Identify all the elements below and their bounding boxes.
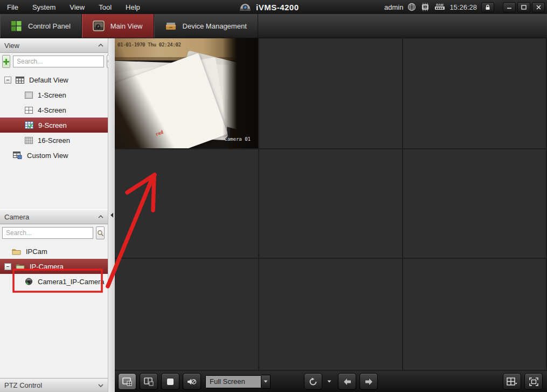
tab-main-view[interactable]: Main View xyxy=(82,14,154,38)
sidebar: View xyxy=(0,38,108,392)
menu-view[interactable]: View xyxy=(63,0,92,14)
svg-text:RAM: RAM xyxy=(437,3,444,6)
collapse-expander-icon[interactable] xyxy=(4,263,11,270)
app-logo-icon xyxy=(239,2,252,12)
camera-panel-header[interactable]: Camera xyxy=(0,209,108,224)
save-view-button[interactable] xyxy=(118,373,136,390)
tabbar: Control Panel Main View Device Managemen… xyxy=(0,14,547,38)
search-icon[interactable] xyxy=(96,226,105,239)
lock-icon[interactable] xyxy=(481,2,494,12)
menu-help[interactable]: Help xyxy=(119,0,147,14)
screen-1-icon xyxy=(25,92,33,99)
globe-icon[interactable] xyxy=(407,3,416,11)
mute-icon[interactable] xyxy=(183,373,201,390)
view-search-row xyxy=(0,53,108,70)
screen-16-icon xyxy=(25,137,33,144)
view-group-icon xyxy=(16,77,24,84)
view-panel-title: View xyxy=(4,42,19,50)
camera-search-input[interactable] xyxy=(2,227,93,239)
close-button[interactable] xyxy=(532,2,545,12)
menu-file[interactable]: File xyxy=(0,0,25,14)
screen-mode-value[interactable]: Full Screen xyxy=(205,375,261,388)
tab-label: Main View xyxy=(110,22,143,30)
layout-select-button[interactable] xyxy=(503,373,521,390)
view-search-input[interactable] xyxy=(13,56,104,67)
titlebar: File System View Tool Help iVMS-4200 adm… xyxy=(0,0,547,14)
tree-item-custom-view[interactable]: Custom View xyxy=(0,148,108,163)
video-pane-6[interactable] xyxy=(403,149,546,258)
tab-control-panel[interactable]: Control Panel xyxy=(0,14,82,38)
custom-view-icon xyxy=(13,152,22,159)
chevron-up-icon[interactable] xyxy=(98,215,103,218)
sidebar-collapse-strip[interactable] xyxy=(108,38,115,392)
user-label: admin xyxy=(384,3,403,11)
tab-label: Device Management xyxy=(183,22,247,30)
svg-text:CPU: CPU xyxy=(423,6,428,9)
camera-tree: IPCam IP-Camera xyxy=(0,242,108,289)
tree-item-label: Default View xyxy=(29,76,68,84)
collapse-expander-icon[interactable] xyxy=(4,77,11,84)
cycle-options-dropdown[interactable] xyxy=(326,374,333,389)
tree-item-1-screen[interactable]: 1-Screen xyxy=(0,87,108,102)
cpu-icon[interactable]: CPU xyxy=(420,3,430,11)
tab-device-management[interactable]: Device Management xyxy=(154,14,258,38)
tree-item-ip-camera[interactable]: IP-Camera xyxy=(0,259,108,274)
video-pane-7[interactable] xyxy=(115,259,258,370)
add-view-button[interactable] xyxy=(2,55,10,68)
control-panel-icon xyxy=(11,20,22,32)
ram-icon[interactable]: RAM xyxy=(434,3,445,11)
video-grid: red 01-01-1970 Thu 02:24:02 Camera 01 xyxy=(115,38,547,371)
fullscreen-button[interactable] xyxy=(524,373,543,390)
chevron-up-icon[interactable] xyxy=(98,44,103,47)
chevron-down-icon[interactable] xyxy=(261,375,271,389)
osd-camera-label: Camera 01 xyxy=(224,136,251,142)
screen-mode-dropdown[interactable]: Full Screen xyxy=(205,375,271,389)
view-panel-header[interactable]: View xyxy=(0,38,108,53)
view-tree: Default View 1-Screen 4-Screen xyxy=(0,70,108,163)
tree-item-9-screen[interactable]: 9-Screen xyxy=(0,118,108,133)
tree-item-camera1[interactable]: Camera1_IP-Camera xyxy=(0,274,108,289)
maximize-button[interactable] xyxy=(517,2,530,12)
menu-system[interactable]: System xyxy=(25,0,63,14)
tab-label: Control Panel xyxy=(28,22,71,30)
ptz-panel-title: PTZ Control xyxy=(4,381,42,389)
tree-item-label: IP-Camera xyxy=(30,263,64,271)
video-pane-9[interactable] xyxy=(403,259,546,370)
clock-label: 15:26:28 xyxy=(449,3,477,11)
folder-open-icon xyxy=(16,263,25,270)
stop-all-button[interactable] xyxy=(161,373,179,390)
split-screen-button[interactable] xyxy=(140,373,158,390)
video-pane-4[interactable] xyxy=(115,149,258,258)
folder-icon xyxy=(12,248,21,255)
app-title: iVMS-4200 xyxy=(256,3,299,12)
tree-item-label: 9-Screen xyxy=(38,121,67,129)
camera-search-row xyxy=(0,224,108,242)
tree-item-16-screen[interactable]: 16-Screen xyxy=(0,133,108,148)
menu-tool[interactable]: Tool xyxy=(92,0,119,14)
tree-item-4-screen[interactable]: 4-Screen xyxy=(0,102,108,118)
tree-item-ipcam[interactable]: IPCam xyxy=(0,244,108,259)
next-button[interactable] xyxy=(359,373,378,390)
device-management-icon xyxy=(165,21,177,31)
tree-item-label: 16-Screen xyxy=(38,136,70,145)
dome-camera-icon xyxy=(25,278,33,285)
camera-panel-title: Camera xyxy=(4,213,29,221)
cycle-play-button[interactable] xyxy=(304,373,322,390)
video-pane-3[interactable] xyxy=(403,38,546,148)
video-pane-1[interactable]: red 01-01-1970 Thu 02:24:02 Camera 01 xyxy=(115,38,258,148)
tree-item-default-view[interactable]: Default View xyxy=(0,72,108,87)
video-pane-8[interactable] xyxy=(259,259,402,370)
chevron-down-icon[interactable] xyxy=(98,384,103,387)
video-pane-2[interactable] xyxy=(259,38,402,148)
tree-item-label: Custom View xyxy=(27,152,68,160)
main-view-icon xyxy=(93,20,105,31)
minimize-button[interactable] xyxy=(503,2,516,12)
video-toolbar: Full Screen xyxy=(115,371,547,392)
previous-button[interactable] xyxy=(338,373,356,390)
screen-4-icon xyxy=(25,107,33,114)
ptz-panel-header[interactable]: PTZ Control xyxy=(0,378,108,392)
osd-timestamp: 01-01-1970 Thu 02:24:02 xyxy=(117,42,181,47)
video-pane-5[interactable] xyxy=(259,149,402,258)
collapse-left-icon[interactable] xyxy=(109,211,114,219)
app-logo-area: iVMS-4200 xyxy=(239,0,299,14)
